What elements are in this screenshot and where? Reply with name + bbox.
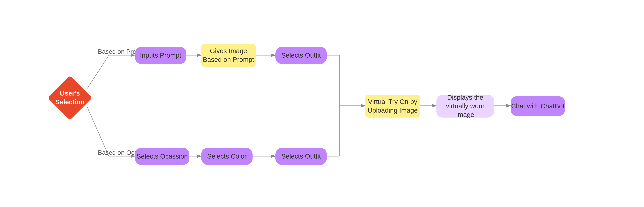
virtual-try-on-node: Virtual Try On by Uploading Image [366, 95, 420, 118]
displays-image-node: Displays the virtually worn image [436, 95, 494, 118]
user-selection-label: User's Selection [51, 89, 89, 106]
arrow-to-prompt-branch [87, 55, 109, 88]
selects-outfit-top-node: Selects Outfit [276, 47, 327, 64]
user-selection-node: User's Selection [51, 79, 89, 117]
chat-chatbot-node: Chat with ChatBot [510, 96, 565, 116]
selects-outfit-bottom-node: Selects Outfit [276, 148, 327, 165]
inputs-prompt-node: Inputs Prompt [135, 47, 186, 64]
gives-image-node: Gives Image Based on Prompt [201, 44, 256, 67]
diagram-container: User's Selection Based on Prompt Inputs … [0, 0, 644, 207]
selects-color-node: Selects Color [201, 148, 252, 165]
selects-ocassion-node: Selects Ocassion [135, 148, 190, 165]
arrow-to-ocassion-branch [87, 107, 109, 156]
